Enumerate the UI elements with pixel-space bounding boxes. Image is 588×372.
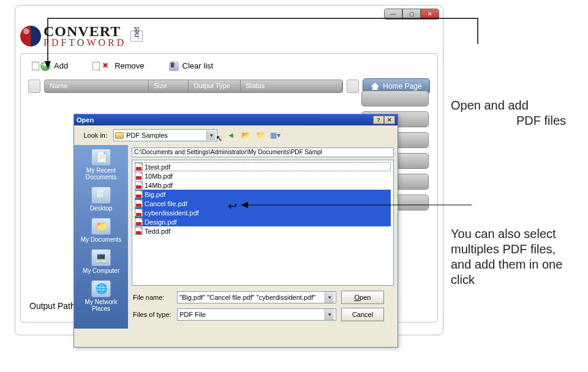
col-size[interactable]: Size <box>149 80 189 92</box>
open-button[interactable]: Open <box>341 291 384 304</box>
clear-icon <box>169 61 179 71</box>
col-name[interactable]: Name <box>45 80 149 92</box>
recent-docs-icon <box>91 149 111 166</box>
minimize-button[interactable]: — <box>384 9 402 20</box>
file-name: Tedd.pdf <box>145 228 170 235</box>
add-label: Add <box>54 61 68 70</box>
place-network-label: My Network Places <box>85 299 118 312</box>
output-path-label: Output Path : <box>29 301 80 311</box>
file-row[interactable]: Cancel file.pdf <box>135 199 391 208</box>
row-selector[interactable] <box>28 80 40 93</box>
place-recent-label: My Recent Documents <box>86 167 117 180</box>
filename-input[interactable]: "Big.pdf" "Cancel file.pdf" "cyberdissid… <box>177 291 336 303</box>
annotation-1-line1: Open and add <box>451 98 579 113</box>
remove-button[interactable]: Remove <box>92 61 144 71</box>
file-name: Design.pdf <box>145 218 177 226</box>
dialog-titlebar: Open ? ✕ <box>74 114 398 125</box>
file-row[interactable]: 10Mb.pdf <box>135 171 391 180</box>
col-output-type[interactable]: Output Type <box>189 80 241 92</box>
close-button[interactable]: ✕ <box>421 9 439 20</box>
file-name: 1test.pdf <box>145 163 170 171</box>
file-row[interactable]: Big.pdf <box>135 190 391 199</box>
maximize-button[interactable]: ▢ <box>402 9 421 20</box>
file-name: 10Mb.pdf <box>145 173 173 180</box>
cursor-icon: ↖ <box>216 133 223 143</box>
up-icon[interactable]: 📂 <box>241 130 251 140</box>
file-list[interactable]: 1test.pdf10Mb.pdf14Mb.pdfBig.pdfCancel f… <box>132 160 394 286</box>
file-name: cyberdissident.pdf <box>145 209 199 217</box>
annotation-1-line2: PDF files <box>451 113 579 128</box>
dialog-body: My Recent Documents Desktop My Documents… <box>74 145 398 329</box>
logo-pdf: PDF <box>43 37 69 48</box>
file-name: 14Mb.pdf <box>145 182 173 189</box>
nav-icons: ◄ 📂 📁 ▦▾ <box>226 130 280 140</box>
pdf-icon <box>135 172 143 180</box>
logo-text: CONVERT PDFTOWORD <box>43 25 126 47</box>
back-icon[interactable]: ◄ <box>226 130 236 140</box>
place-mydocs[interactable]: My Documents <box>77 218 126 243</box>
chevron-down-icon[interactable] <box>325 292 334 303</box>
clear-label: Clear list <box>183 61 214 70</box>
home-icon <box>371 83 379 90</box>
path-tooltip: C:\Documents and Settings\Administrator\… <box>132 147 394 157</box>
chevron-down-icon[interactable] <box>325 309 334 320</box>
place-recent[interactable]: My Recent Documents <box>77 149 126 180</box>
file-row[interactable]: Tedd.pdf <box>135 226 391 236</box>
pdf-icon <box>135 181 143 189</box>
computer-icon <box>91 249 111 266</box>
filetype-label: Files of type: <box>133 311 172 318</box>
new-folder-icon[interactable]: 📁 <box>255 130 265 140</box>
file-row[interactable]: 14Mb.pdf <box>135 180 391 190</box>
filetype-combo[interactable]: PDF File <box>177 308 336 321</box>
desktop-icon <box>91 187 111 204</box>
toolbar: Add Remove Clear list <box>28 60 430 78</box>
annotation-1: Open and add PDF files <box>451 98 579 128</box>
window-titlebar: — ▢ ✕ <box>15 6 443 23</box>
place-mycomputer[interactable]: My Computer <box>77 249 126 274</box>
file-row[interactable]: Design.pdf <box>135 217 391 226</box>
dialog-help-button[interactable]: ? <box>373 116 384 124</box>
logo-line1: CONVERT <box>43 25 126 39</box>
pdf-icon <box>135 218 143 226</box>
file-name: Big.pdf <box>145 191 165 198</box>
place-mycomputer-label: My Computer <box>83 267 119 274</box>
view-menu-icon[interactable]: ▦▾ <box>270 130 280 140</box>
annotation-2: You can also select multiples PDF files,… <box>451 226 579 288</box>
place-desktop[interactable]: Desktop <box>77 187 126 212</box>
side-button-1[interactable] <box>361 91 429 106</box>
col-end-chip[interactable] <box>347 80 359 93</box>
place-network[interactable]: My Network Places <box>77 280 126 312</box>
places-bar: My Recent Documents Desktop My Documents… <box>74 145 128 329</box>
filename-label: File name: <box>133 294 172 301</box>
home-label: Home Page <box>383 82 421 91</box>
logo-area: CONVERT PDFTOWORD .net <box>15 23 443 53</box>
clear-list-button[interactable]: Clear list <box>169 61 214 71</box>
pdf-icon <box>135 199 143 207</box>
pdf-icon <box>135 227 143 235</box>
pdf-icon <box>135 163 143 171</box>
pdf-icon <box>135 190 143 198</box>
lookin-row: Look in: PDF Samples ◄ 📂 📁 ▦▾ <box>74 125 398 145</box>
logo-word: WORD <box>86 37 126 48</box>
column-header-bar: Name Size Output Type Status <box>44 80 343 93</box>
dialog-title: Open <box>77 116 94 124</box>
filetype-value: PDF File <box>179 311 325 318</box>
add-button[interactable]: Add <box>32 61 68 71</box>
col-status[interactable]: Status <box>241 80 342 92</box>
logo-to: TO <box>69 37 86 48</box>
filename-value: "Big.pdf" "Cancel file.pdf" "cyberdissid… <box>179 294 325 301</box>
mydocs-icon <box>91 218 111 235</box>
pdf-icon <box>135 209 143 217</box>
place-desktop-label: Desktop <box>90 205 113 212</box>
remove-label: Remove <box>115 61 144 70</box>
lookin-combo[interactable]: PDF Samples <box>113 129 217 141</box>
file-row[interactable]: 1test.pdf <box>135 162 391 171</box>
page-icon <box>32 62 39 70</box>
network-icon <box>91 280 111 297</box>
file-row[interactable]: cyberdissident.pdf <box>135 208 391 217</box>
cancel-button[interactable]: Cancel <box>341 308 384 321</box>
remove-icon <box>101 61 111 71</box>
dialog-close-button[interactable]: ✕ <box>384 116 395 124</box>
dialog-bottom: File name: "Big.pdf" "Cancel file.pdf" "… <box>128 288 398 329</box>
chevron-down-icon[interactable] <box>206 130 216 140</box>
